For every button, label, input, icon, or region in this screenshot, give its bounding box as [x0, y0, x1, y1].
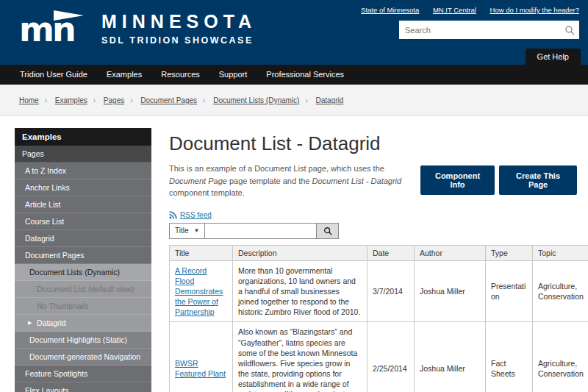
filter-search-input[interactable] — [205, 223, 317, 239]
link-modify-header[interactable]: How do I modify the header? — [490, 6, 579, 14]
breadcrumb-separator-icon: › — [93, 96, 96, 104]
cell-description: Also known as “Blazingstars” and “Gayfea… — [233, 322, 368, 392]
nav-support[interactable]: Support — [209, 65, 257, 85]
intro-row: This is an example of a Document List pa… — [169, 163, 577, 199]
nav-professional-services[interactable]: Professional Services — [257, 65, 354, 85]
action-buttons: Component Info Create This Page — [420, 165, 577, 195]
search-input[interactable] — [399, 26, 564, 35]
sidebar-item-document-pages[interactable]: Document Pages — [15, 247, 151, 264]
cell-author: Joshua Miller — [415, 260, 486, 322]
breadcrumb: Home› Examples› Pages› Document Pages› D… — [0, 85, 588, 116]
sidebar-item-document-highlights-static[interactable]: Document Highlights (Static) — [15, 332, 151, 349]
sidebar-item-label: Datagrid — [37, 318, 66, 327]
sidebar-title: Examples — [15, 128, 151, 146]
mn-logo-icon: mn — [19, 10, 93, 46]
table-row: BWSR Featured Plant Also known as “Blazi… — [170, 322, 588, 392]
breadcrumb-separator-icon: › — [45, 96, 47, 104]
brand-name: MINNESOTA — [101, 11, 257, 32]
sidebar-item-no-thumbnails[interactable]: No Thumbnails — [15, 298, 151, 315]
sidebar-item-feature-spotlights[interactable]: Feature Spotlights — [15, 366, 151, 382]
link-mnit-central[interactable]: MN.IT Central — [433, 6, 476, 14]
nav-tridion-user-guide[interactable]: Tridion User Guide — [10, 65, 97, 85]
chevron-down-icon: ▼ — [194, 227, 200, 234]
link-state-of-minnesota[interactable]: State of Minnesota — [361, 6, 419, 14]
breadcrumb-document-pages[interactable]: Document Pages — [140, 96, 197, 104]
sidebar-item-datagrid[interactable]: Datagrid — [15, 230, 151, 247]
sidebar-item-a-to-z-index[interactable]: A to Z Index — [15, 163, 151, 179]
search-icon — [323, 227, 332, 235]
cell-date: 2/25/2014 — [368, 322, 415, 392]
page-title: Document List - Datagrid — [169, 132, 577, 155]
column-header-topic[interactable]: Topic — [533, 245, 588, 260]
table-header-row: Title Description Date Author Type Topic — [170, 245, 588, 260]
content-area: Examples Pages A to Z Index Anchor Links… — [0, 116, 588, 392]
main-nav: Tridion User Guide Examples Resources Su… — [0, 65, 588, 85]
filter-selected-value: Title — [175, 227, 189, 235]
column-header-title[interactable]: Title — [170, 245, 233, 260]
cell-topic: Agriculture, Conservation — [533, 260, 588, 322]
sidebar-item-flex-layouts[interactable]: Flex Layouts — [15, 382, 151, 392]
page: State of Minnesota MN.IT Central How do … — [0, 0, 588, 392]
main-content: Document List - Datagrid This is an exam… — [151, 128, 577, 392]
cell-type: Presentation — [486, 260, 533, 322]
sidebar-item-pages[interactable]: Pages — [15, 146, 151, 163]
filter-column-dropdown[interactable]: Title ▼ — [169, 223, 205, 239]
document-link[interactable]: A Record Flood Demonstrates the Power of… — [175, 266, 223, 317]
header-search — [399, 21, 579, 39]
column-header-date[interactable]: Date — [368, 245, 415, 260]
brand-block: MINNESOTA SDL TRIDION SHOWCASE — [101, 11, 257, 46]
document-link[interactable]: BWSR Featured Plant — [175, 359, 226, 378]
site-header: State of Minnesota MN.IT Central How do … — [0, 0, 588, 65]
sidebar-item-document-lists-dynamic[interactable]: Document Lists (Dynamic) — [15, 264, 151, 281]
column-header-type[interactable]: Type — [486, 245, 533, 260]
breadcrumb-separator-icon: › — [305, 96, 307, 104]
current-page-arrow-icon: ▶ — [28, 320, 32, 326]
rss-feed-link[interactable]: RSS feed — [180, 211, 212, 219]
rss-icon — [169, 211, 177, 219]
column-header-description[interactable]: Description — [233, 245, 368, 260]
cell-description: More than 10 governmental organizations,… — [233, 260, 368, 322]
breadcrumb-home[interactable]: Home — [19, 96, 39, 104]
breadcrumb-separator-icon: › — [130, 96, 132, 104]
breadcrumb-separator-icon: › — [203, 96, 205, 104]
filter-search-button[interactable] — [317, 223, 339, 239]
documents-table: Title Description Date Author Type Topic… — [169, 245, 588, 392]
sidebar-item-course-list[interactable]: Course List — [15, 213, 151, 230]
header-top-links: State of Minnesota MN.IT Central How do … — [349, 6, 579, 14]
sidebar: Examples Pages A to Z Index Anchor Links… — [15, 128, 151, 392]
breadcrumb-examples[interactable]: Examples — [55, 96, 87, 104]
table-row: A Record Flood Demonstrates the Power of… — [170, 260, 588, 322]
cell-author: Joshua Miller — [415, 322, 486, 392]
breadcrumb-pages[interactable]: Pages — [104, 96, 124, 104]
sidebar-item-document-list-default-view[interactable]: Document List (default view) — [15, 281, 151, 298]
column-header-author[interactable]: Author — [415, 245, 486, 260]
sidebar-item-datagrid-current[interactable]: ▶ Datagrid — [15, 315, 151, 332]
sidebar-item-anchor-links[interactable]: Anchor Links — [15, 179, 151, 196]
sidebar-item-document-generated-navigation[interactable]: Document-generated Navigation — [15, 349, 151, 366]
rss-row: RSS feed — [169, 211, 577, 219]
breadcrumb-document-lists-dynamic[interactable]: Document Lists (Dynamic) — [213, 96, 299, 104]
brand-subtitle: SDL TRIDION SHOWCASE — [101, 35, 257, 46]
nav-examples[interactable]: Examples — [97, 65, 151, 85]
sidebar-item-article-list[interactable]: Article List — [15, 196, 151, 213]
table-filter-row: Title ▼ — [169, 223, 577, 239]
search-icon — [564, 25, 575, 35]
create-this-page-button[interactable]: Create This Page — [499, 165, 577, 195]
nav-resources[interactable]: Resources — [151, 65, 209, 85]
breadcrumb-datagrid[interactable]: Datagrid — [316, 96, 344, 104]
component-info-button[interactable]: Component Info — [420, 165, 495, 195]
get-help-button[interactable]: Get Help — [526, 49, 581, 65]
page-intro: This is an example of a Document List pa… — [169, 163, 420, 199]
cell-topic: Agriculture, Conservation — [533, 322, 588, 392]
cell-type: Fact Sheets — [486, 322, 533, 392]
cell-date: 3/7/2014 — [368, 260, 415, 322]
